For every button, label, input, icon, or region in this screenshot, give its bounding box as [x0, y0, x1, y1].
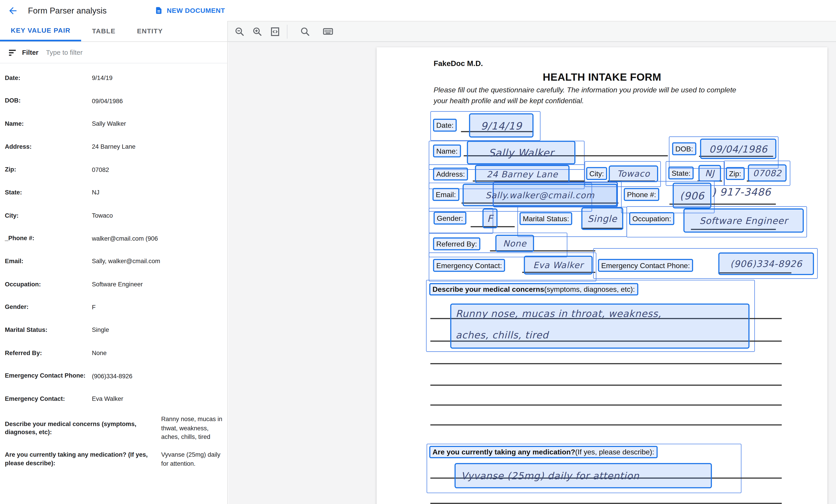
date-value-box[interactable]: 9/14/19: [469, 113, 533, 137]
kv-value: 24 Barney Lane: [92, 142, 136, 151]
kv-value: Single: [92, 326, 109, 335]
kv-value: Sally Walker: [92, 119, 126, 129]
key-value-panel: Filter Date:9/14/19 DOB:09/04/1986 Name:…: [0, 42, 228, 504]
medication-value-box[interactable]: Vyvanse (25mg) daily for attention: [455, 463, 712, 488]
address-handwriting: 24 Barney Lane: [487, 169, 558, 179]
kv-row-city[interactable]: City:Towaco: [0, 204, 227, 227]
emergency-contact-label-box[interactable]: Emergency Contact:: [433, 259, 505, 272]
kv-value: walker@cmail.com (906: [92, 234, 158, 243]
zoom-in-icon[interactable]: [251, 25, 263, 37]
marital-label-box[interactable]: Marital Status:: [520, 212, 572, 225]
state-value-box[interactable]: NJ: [699, 165, 721, 181]
gender-label-box[interactable]: Gender:: [434, 212, 466, 225]
blank-rule-1: [431, 363, 782, 364]
kv-value: (906)334-8926: [92, 371, 133, 381]
city-label-box[interactable]: City:: [586, 167, 607, 180]
referred-label-box[interactable]: Referred By:: [433, 237, 480, 250]
kv-value: Ranny nose, mucas in thwat, weakness, ac…: [161, 415, 224, 442]
new-document-button[interactable]: NEW DOCUMENT: [155, 6, 225, 15]
occupation-handwriting: Software Engineer: [700, 215, 788, 226]
state-handwriting: NJ: [705, 168, 715, 178]
new-document-label: NEW DOCUMENT: [167, 7, 225, 14]
kv-row-dob[interactable]: DOB:09/04/1986: [0, 90, 227, 112]
kv-key: Marital Status:: [5, 326, 92, 334]
tab-table[interactable]: TABLE: [81, 21, 127, 41]
concerns-value-box[interactable]: Runny nose, mucas in throat, weakness, a…: [450, 304, 749, 349]
kv-key: Occupation:: [5, 280, 92, 289]
date-label-box[interactable]: Date:: [433, 119, 457, 132]
kv-row-state[interactable]: State:NJ: [0, 181, 227, 204]
document-page: FakeDoc M.D. HEALTH INTAKE FORM Please f…: [377, 47, 827, 504]
toolbar-divider: [287, 24, 287, 38]
kv-key: Describe your medical concerns (symptoms…: [5, 420, 161, 437]
phone-label-box[interactable]: Phone #:: [624, 188, 659, 201]
email-label-box[interactable]: Email:: [433, 188, 459, 201]
zoom-out-icon[interactable]: [234, 25, 245, 37]
marital-value-box[interactable]: Single: [582, 207, 623, 230]
email-value-box[interactable]: Sally.walker@cmail.com: [463, 183, 618, 206]
doc-intro-line2: your health profile and will be kept con…: [434, 96, 736, 106]
kv-value: 09/04/1986: [92, 96, 123, 105]
address-label-box[interactable]: Address:: [433, 168, 468, 180]
kv-row-emergency-contact[interactable]: Emergency Contact:Eva Walker: [0, 388, 227, 410]
kv-value: None: [92, 349, 107, 358]
bounding-box-view-icon[interactable]: [269, 25, 281, 37]
concerns-label-rest: (symptoms, diagnoses, etc):: [544, 285, 635, 293]
emergency-phone-handwriting: (906)334-8926: [730, 258, 802, 269]
name-handwriting: Sally Walker: [488, 147, 554, 158]
document-viewer[interactable]: FakeDoc M.D. HEALTH INTAKE FORM Please f…: [228, 42, 836, 504]
kv-key: Address:: [5, 142, 92, 151]
kv-row-emergency-contact-phone[interactable]: Emergency Contact Phone:(906)334-8926: [0, 365, 227, 388]
blank-rule-2: [431, 385, 782, 386]
zip-value-box[interactable]: 07082: [748, 164, 787, 181]
kv-row-date[interactable]: Date:9/14/19: [0, 67, 227, 90]
dob-value-box[interactable]: 09/04/1986: [700, 139, 777, 159]
blank-rule-3: [431, 404, 782, 406]
kv-row-marital-status[interactable]: Marital Status:Single: [0, 319, 227, 342]
zip-label-box[interactable]: Zip:: [726, 167, 744, 180]
kv-row-medical-concerns[interactable]: Describe your medical concerns (symptoms…: [0, 410, 227, 446]
keyboard-icon[interactable]: [322, 25, 334, 37]
phone-value-box[interactable]: (906: [672, 183, 711, 208]
kv-row-zip[interactable]: Zip:07082: [0, 158, 227, 181]
state-label-box[interactable]: State:: [668, 167, 694, 179]
occupation-label-box[interactable]: Occupation:: [629, 212, 674, 225]
medication-label-rest: (If yes, please describe):: [575, 448, 654, 456]
kv-value: F: [92, 303, 96, 312]
emergency-phone-label-box[interactable]: Emergency Contact Phone:: [598, 259, 693, 272]
kv-row-address[interactable]: Address:24 Barney Lane: [0, 135, 227, 158]
back-arrow-icon[interactable]: [6, 4, 19, 17]
dob-label-box[interactable]: DOB:: [672, 142, 696, 155]
kv-row-referred-by[interactable]: Referred By:None: [0, 342, 227, 365]
kv-row-name[interactable]: Name:Sally Walker: [0, 112, 227, 135]
kv-row-medication[interactable]: Are you currently taking any medication?…: [0, 446, 227, 472]
city-value-box[interactable]: Towaco: [609, 166, 658, 182]
kv-row-email[interactable]: Email:Sally, walker@cmail.com: [0, 250, 227, 273]
name-label-box[interactable]: Name:: [433, 144, 461, 157]
concerns-label-box[interactable]: Describe your medical concerns (symptoms…: [429, 283, 638, 296]
tab-bar: KEY VALUE PAIR TABLE ENTITY: [0, 21, 228, 42]
name-value-box[interactable]: Sally Walker: [467, 141, 575, 164]
address-value-box[interactable]: 24 Barney Lane: [475, 165, 570, 183]
emergency-phone-value-box[interactable]: (906)334-8926: [718, 253, 814, 275]
medication-label-box[interactable]: Are you currently taking any medication?…: [429, 446, 658, 458]
gender-value-box[interactable]: F: [482, 208, 497, 228]
referred-value-box[interactable]: None: [495, 235, 534, 252]
kv-key: Email:: [5, 257, 92, 266]
kv-key: Zip:: [5, 166, 92, 174]
kv-key: Name:: [5, 120, 92, 128]
kv-row-gender[interactable]: Gender:F: [0, 296, 227, 319]
tab-key-value-pair[interactable]: KEY VALUE PAIR: [0, 21, 81, 41]
kv-row-phone[interactable]: _Phone #:walker@cmail.com (906: [0, 227, 227, 250]
doc-brand: FakeDoc M.D.: [434, 59, 483, 67]
kv-row-occupation[interactable]: Occupation:Software Engineer: [0, 273, 227, 296]
tab-entity[interactable]: ENTITY: [126, 21, 173, 41]
filter-input[interactable]: [45, 48, 227, 57]
search-icon[interactable]: [299, 25, 311, 37]
dob-handwriting: 09/04/1986: [709, 143, 767, 154]
blank-rule-4: [431, 425, 782, 426]
emergency-contact-value-box[interactable]: Eva Walker: [524, 256, 593, 274]
kv-key: Date:: [5, 74, 92, 82]
document-icon: [155, 6, 163, 15]
occupation-value-box[interactable]: Software Engineer: [683, 208, 804, 233]
